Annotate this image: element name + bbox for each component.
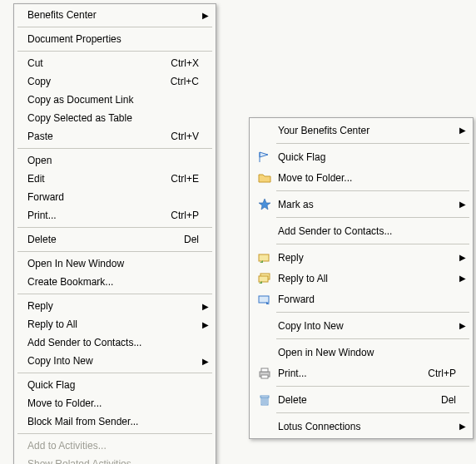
- menu-item-copy-into-new[interactable]: Copy Into New ▶: [251, 315, 471, 336]
- menu-item-label: Delete: [27, 234, 167, 245]
- menu-item-create-bookmark[interactable]: Create Bookmark...: [16, 273, 214, 291]
- blank-icon: [21, 354, 24, 368]
- menu-item-label: Forward: [27, 191, 211, 203]
- menu-item-quick-flag[interactable]: Quick Flag: [16, 376, 214, 394]
- menu-item-add-to-activities: Add to Activities...: [16, 437, 214, 455]
- menu-item-label: Copy: [27, 76, 154, 87]
- menu-item-label: Add Sender to Contacts...: [278, 225, 468, 237]
- separator: [17, 227, 212, 228]
- separator: [276, 338, 469, 339]
- menu-item-quick-flag[interactable]: Quick Flag: [251, 146, 471, 167]
- blank-icon: [21, 130, 24, 143]
- menu-item-label: Open in New Window: [278, 347, 468, 358]
- menu-item-print[interactable]: Print... Ctrl+P: [16, 206, 214, 225]
- blank-icon: [256, 346, 273, 359]
- menu-item-label: Cut: [27, 57, 154, 69]
- svg-rect-3: [259, 276, 268, 282]
- menu-item-delete[interactable]: Delete Del: [251, 389, 471, 410]
- blank-icon: [21, 32, 24, 46]
- svg-rect-9: [260, 396, 269, 397]
- menu-item-label: Create Bookmark...: [27, 276, 211, 288]
- menu-item-label: Move to Folder...: [27, 397, 211, 409]
- menu-item-copy-as-document-link[interactable]: Copy as Document Link: [16, 91, 214, 109]
- menu-item-copy[interactable]: Copy Ctrl+C: [16, 72, 214, 91]
- blank-icon: [21, 378, 24, 392]
- separator: [17, 27, 212, 27]
- shortcut-label: Ctrl+P: [171, 210, 199, 221]
- svg-rect-7: [261, 375, 268, 378]
- menu-item-mark-as[interactable]: Mark as ▶: [251, 194, 471, 215]
- menu-item-edit[interactable]: Edit Ctrl+E: [16, 170, 214, 188]
- menu-item-move-to-folder[interactable]: Move to Folder...: [16, 394, 214, 412]
- menu-item-copy-into-new[interactable]: Copy Into New ▶: [16, 352, 214, 370]
- menu-item-reply-to-all[interactable]: Reply to All ▶: [251, 268, 471, 289]
- menu-item-block-mail-from-sender[interactable]: Block Mail from Sender...: [16, 412, 214, 431]
- menu-item-forward[interactable]: Forward: [16, 188, 214, 206]
- star-icon: [256, 198, 273, 211]
- shortcut-label: Ctrl+V: [171, 131, 199, 142]
- menu-item-open-in-new-window[interactable]: Open in New Window: [251, 342, 471, 363]
- menu-item-label: Mark as: [278, 199, 458, 210]
- menu-item-print[interactable]: Print... Ctrl+P: [251, 363, 471, 383]
- blank-icon: [21, 457, 24, 464]
- separator: [17, 51, 212, 52]
- menu-item-label: Print...: [27, 210, 154, 221]
- menu-item-show-related-activities: Show Related Activities: [16, 455, 214, 464]
- menu-item-label: Open: [27, 155, 211, 166]
- separator: [276, 217, 469, 218]
- menu-item-document-properties[interactable]: Document Properties: [16, 30, 214, 48]
- menu-item-label: Reply to All: [27, 318, 201, 330]
- folder-icon: [256, 171, 273, 185]
- menu-item-benefits-center[interactable]: Benefits Center ▶: [16, 6, 214, 24]
- menu-item-add-sender-to-contacts[interactable]: Add Sender to Contacts...: [16, 333, 214, 352]
- menu-item-open-in-new-window[interactable]: Open In New Window: [16, 254, 214, 273]
- svg-rect-6: [261, 368, 268, 372]
- svg-marker-0: [259, 199, 270, 210]
- menu-item-label: Print...: [278, 368, 411, 379]
- submenu-arrow-icon: ▶: [458, 274, 466, 283]
- menu-item-cut[interactable]: Cut Ctrl+X: [16, 54, 214, 72]
- menu-item-label: Reply: [27, 300, 201, 312]
- menu-item-label: Reply to All: [278, 273, 458, 284]
- separator: [276, 244, 469, 244]
- separator: [17, 148, 212, 149]
- blank-icon: [21, 257, 24, 270]
- menu-item-reply[interactable]: Reply ▶: [16, 297, 214, 315]
- blank-icon: [21, 154, 24, 167]
- separator: [17, 373, 212, 373]
- menu-item-add-sender-to-contacts[interactable]: Add Sender to Contacts...: [251, 220, 471, 241]
- menu-item-label: Copy Into New: [27, 355, 201, 367]
- flag-icon: [256, 151, 273, 164]
- menu-item-lotus-connections[interactable]: Lotus Connections ▶: [251, 416, 471, 437]
- shortcut-label: Ctrl+X: [171, 57, 199, 69]
- submenu-arrow-icon: ▶: [458, 200, 466, 209]
- menu-item-paste[interactable]: Paste Ctrl+V: [16, 127, 214, 146]
- blank-icon: [21, 318, 24, 331]
- separator: [276, 386, 469, 387]
- menu-item-your-benefits-center[interactable]: Your Benefits Center ▶: [251, 120, 471, 141]
- blank-icon: [21, 299, 24, 313]
- submenu-arrow-icon: ▶: [458, 422, 466, 431]
- svg-rect-4: [259, 296, 269, 303]
- menu-item-copy-selected-as-table[interactable]: Copy Selected as Table: [16, 109, 214, 127]
- blank-icon: [256, 225, 273, 238]
- reply-icon: [256, 251, 273, 264]
- menu-item-delete[interactable]: Delete Del: [16, 230, 214, 249]
- blank-icon: [21, 8, 24, 22]
- menu-item-reply[interactable]: Reply ▶: [251, 247, 471, 268]
- menu-item-move-to-folder[interactable]: Move to Folder...: [251, 167, 471, 188]
- menu-item-label: Lotus Connections: [278, 421, 458, 432]
- menu-item-open[interactable]: Open: [16, 151, 214, 170]
- separator: [17, 251, 212, 252]
- shortcut-label: Ctrl+E: [171, 173, 199, 185]
- menu-item-forward[interactable]: Forward: [251, 289, 471, 309]
- reply-all-icon: [256, 272, 273, 285]
- blank-icon: [21, 439, 24, 452]
- context-menu-left: Benefits Center ▶ Document Properties Cu…: [13, 3, 216, 464]
- submenu-arrow-icon: ▶: [458, 253, 466, 262]
- menu-item-reply-to-all[interactable]: Reply to All ▶: [16, 315, 214, 333]
- blank-icon: [21, 415, 24, 428]
- menu-item-label: Edit: [27, 173, 154, 185]
- menu-item-label: Quick Flag: [27, 379, 211, 391]
- submenu-arrow-icon: ▶: [201, 320, 209, 329]
